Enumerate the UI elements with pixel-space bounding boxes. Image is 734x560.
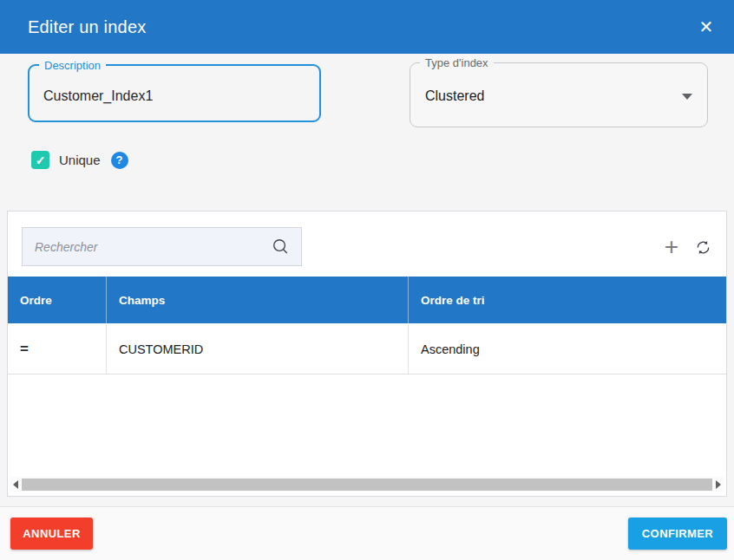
description-label: Description <box>39 58 106 73</box>
description-field[interactable]: Description <box>28 64 321 122</box>
table-header: Ordre Champs Ordre de tri <box>8 277 726 323</box>
cell-ordre: = <box>8 325 107 374</box>
edit-index-dialog: Editer un index ✕ Description Type d'ind… <box>0 0 734 560</box>
search-input[interactable] <box>35 240 271 254</box>
add-field-button[interactable]: + <box>665 238 678 257</box>
horizontal-scrollbar[interactable] <box>10 477 724 492</box>
column-header-ordre-de-tri: Ordre de tri <box>409 277 726 323</box>
table-actions: + <box>665 238 712 257</box>
cancel-button[interactable]: ANNULER <box>10 518 93 550</box>
index-type-value: Clustered <box>425 88 484 103</box>
fields-table-card: + Ordre Champs Ordre de tri = <box>7 211 727 497</box>
dialog-header: Editer un index ✕ <box>0 0 734 54</box>
checkmark-icon: ✓ <box>36 154 46 166</box>
unique-row: ✓ Unique ? <box>31 151 128 169</box>
unique-checkbox[interactable]: ✓ <box>31 151 49 169</box>
unique-label: Unique <box>57 153 101 167</box>
column-header-champs: Champs <box>107 277 409 323</box>
confirm-button[interactable]: CONFIRMER <box>628 518 727 550</box>
help-icon[interactable]: ? <box>111 152 128 169</box>
refresh-icon[interactable] <box>694 238 712 257</box>
cell-ordre-de-tri: Ascending <box>409 325 726 374</box>
cell-champs: CUSTOMERID <box>107 325 409 374</box>
table-row[interactable]: = CUSTOMERID Ascending <box>8 325 726 374</box>
description-input[interactable] <box>29 66 319 120</box>
column-header-ordre: Ordre <box>8 277 107 323</box>
scrollbar-left-arrow[interactable] <box>10 477 22 492</box>
index-type-label: Type d'index <box>420 55 494 70</box>
search-box <box>22 227 302 266</box>
scrollbar-thumb[interactable] <box>22 479 712 491</box>
chevron-down-icon <box>682 93 692 99</box>
search-icon[interactable] <box>271 237 291 257</box>
scrollbar-right-arrow[interactable] <box>712 477 724 492</box>
close-icon[interactable]: ✕ <box>694 15 718 39</box>
page-title: Editer un index <box>28 17 146 37</box>
drag-handle-icon[interactable]: = <box>20 341 29 358</box>
dialog-footer: ANNULER CONFIRMER <box>0 506 734 560</box>
index-type-select[interactable]: Type d'index Clustered <box>410 62 708 127</box>
